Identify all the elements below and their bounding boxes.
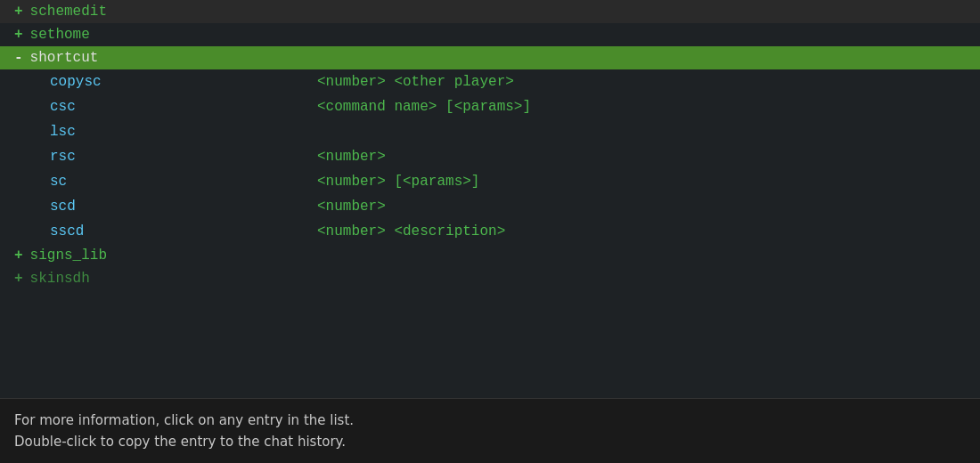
rsc-label: rsc <box>50 149 317 165</box>
sub-item-lsc[interactable]: lsc <box>0 119 980 144</box>
sub-item-copysc[interactable]: copysc <number> <other player> <box>0 69 980 94</box>
copysc-label: copysc <box>50 74 317 90</box>
sub-item-scd[interactable]: scd <number> <box>0 194 980 219</box>
csc-params: <command name> [<params>] <box>317 99 531 115</box>
sub-item-sscd[interactable]: sscd <number> <description> <box>0 219 980 244</box>
sc-params: <number> [<params>] <box>317 174 479 190</box>
tree-item-schemedit[interactable]: + schemedit <box>0 0 980 23</box>
sscd-label: sscd <box>50 223 317 240</box>
schemedit-label: schemedit <box>30 4 107 20</box>
sc-label: sc <box>50 174 317 190</box>
shortcut-prefix: - <box>14 50 23 66</box>
schemedit-prefix: + <box>14 4 23 20</box>
footer-line2: Double-click to copy the entry to the ch… <box>14 431 966 452</box>
copysc-params: <number> <other player> <box>317 74 514 90</box>
skinsdh-label: skinsdh <box>30 271 90 287</box>
footer-line1: For more information, click on any entry… <box>14 410 966 431</box>
sub-item-rsc[interactable]: rsc <number> <box>0 144 980 169</box>
tree-item-skinsdh[interactable]: + skinsdh <box>0 267 980 290</box>
lsc-label: lsc <box>50 124 317 140</box>
sub-item-csc[interactable]: csc <command name> [<params>] <box>0 94 980 119</box>
shortcut-label: shortcut <box>30 50 99 66</box>
sethome-prefix: + <box>14 27 23 43</box>
scd-label: scd <box>50 199 317 215</box>
tree-container: + schemedit + sethome - shortcut copysc … <box>0 0 980 398</box>
sscd-params: <number> <description> <box>317 223 505 240</box>
footer: For more information, click on any entry… <box>0 398 980 463</box>
scd-params: <number> <box>317 199 386 215</box>
signs-lib-label: signs_lib <box>30 248 107 264</box>
sub-item-sc[interactable]: sc <number> [<params>] <box>0 169 980 194</box>
sethome-label: sethome <box>30 27 90 43</box>
csc-label: csc <box>50 99 317 115</box>
rsc-params: <number> <box>317 149 386 165</box>
tree-item-sethome[interactable]: + sethome <box>0 23 980 46</box>
tree-item-shortcut[interactable]: - shortcut <box>0 46 980 69</box>
signs-lib-prefix: + <box>14 248 23 264</box>
tree-item-signs-lib[interactable]: + signs_lib <box>0 244 980 267</box>
skinsdh-prefix: + <box>14 271 23 287</box>
